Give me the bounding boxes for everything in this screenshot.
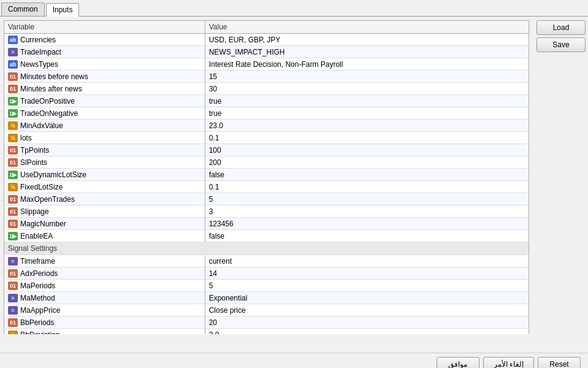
var-name: MaMethod [20,294,55,302]
var-name: Minutes after news [20,85,82,93]
var-name: BbDeviation [20,331,60,335]
var-value[interactable]: true [205,107,529,120]
table-row[interactable]: 1▶TradeOnNegativetrue [4,107,529,120]
table-row[interactable]: abCurrenciesUSD, EUR, GBP, JPY [4,34,529,46]
var-value[interactable]: false [205,169,529,181]
var-name: Slippage [20,207,49,216]
var-value[interactable]: 15 [205,71,529,83]
var-name: MaxOpenTrades [20,195,75,204]
table-row[interactable]: 01SlPoints200 [4,156,529,169]
table-row[interactable]: 01MaxOpenTrades5 [4,193,529,205]
var-name: TpPoints [20,146,49,155]
enum-type-icon: ≡ [8,257,18,266]
var-name: TradeImpact [20,48,61,56]
var-value[interactable]: current [205,255,529,267]
table-row[interactable]: ≡Timeframecurrent [4,255,529,267]
var-value[interactable]: 0.1 [205,132,529,144]
ok-button[interactable]: موافق [437,357,479,369]
table-row[interactable]: ½BbDeviation2.0 [4,329,529,335]
var-value[interactable]: Exponential [205,292,529,304]
section-label: Signal Settings [4,242,529,255]
table-row[interactable]: 01BbPeriods20 [4,316,529,329]
enum-type-icon: ≡ [8,48,18,56]
var-value[interactable]: true [205,95,529,107]
01-type-icon: 01 [8,220,18,228]
cancel-button[interactable]: إلغاء الأمر [483,357,534,369]
table-row[interactable]: ½lots0.1 [4,132,529,144]
table-row[interactable]: 01Slippage3 [4,205,529,218]
var-value[interactable]: 100 [205,144,529,156]
01-type-icon: 01 [8,318,18,327]
table-row[interactable]: ≡MaMethodExponential [4,292,529,304]
tabs-bar: Common Inputs [0,0,588,17]
var-name: Minutes before news [20,72,88,81]
half-type-icon: ½ [8,134,18,142]
01-type-icon: 01 [8,207,18,216]
half-type-icon: ½ [8,121,18,130]
var-value[interactable]: 0.1 [205,181,529,193]
var-name: BbPeriods [20,318,54,327]
footer: موافق إلغاء الأمر Reset [0,353,588,368]
var-name: FixedLotSize [20,183,63,191]
var-value[interactable]: false [205,230,529,242]
var-value[interactable]: 23.0 [205,120,529,132]
var-cell: 1▶EnableEA [4,230,205,242]
table-row[interactable]: 01MagicNumber123456 [4,218,529,230]
table-row[interactable]: ½FixedLotSize0.1 [4,181,529,193]
table-header-row: Variable Value [4,21,529,34]
var-cell: 01Minutes before news [4,71,205,83]
table-row[interactable]: ½MinAdxValue23.0 [4,120,529,132]
var-value[interactable]: Close price [205,304,529,316]
01-type-icon: 01 [8,72,18,81]
var-value[interactable]: 5 [205,193,529,205]
table-row[interactable]: 01Minutes before news15 [4,71,529,83]
var-value[interactable]: 3 [205,205,529,218]
var-name: Currencies [20,36,56,44]
var-value[interactable]: NEWS_IMPACT_HIGH [205,46,529,58]
save-button[interactable]: Save [536,37,586,52]
var-name: MaAppPrice [20,306,60,315]
var-value[interactable]: 5 [205,280,529,292]
var-cell: ½lots [4,132,205,144]
var-name: MinAdxValue [20,121,63,130]
var-value[interactable]: 200 [205,156,529,169]
var-cell: 01MaPeriods [4,280,205,292]
var-value[interactable]: 14 [205,267,529,280]
var-name: TradeOnNegative [20,109,78,118]
tab-common[interactable]: Common [1,2,45,16]
main-content: Variable Value abCurrenciesUSD, EUR, GBP… [0,17,588,353]
table-row[interactable]: abNewsTypesInterest Rate Decision, Non-F… [4,58,529,71]
var-name: UseDynamicLotSize [20,171,86,179]
var-value[interactable]: USD, EUR, GBP, JPY [205,34,529,46]
var-value[interactable]: 2.0 [205,329,529,335]
var-cell: 01AdxPeriods [4,267,205,280]
var-cell: abCurrencies [4,34,205,46]
tab-inputs[interactable]: Inputs [46,3,80,17]
half-type-icon: ½ [8,183,18,191]
table-wrapper[interactable]: Variable Value abCurrenciesUSD, EUR, GBP… [4,20,529,334]
reset-button[interactable]: Reset [538,357,581,369]
table-row[interactable]: 1▶EnableEAfalse [4,230,529,242]
var-value[interactable]: 123456 [205,218,529,230]
var-value[interactable]: Interest Rate Decision, Non-Farm Payroll [205,58,529,71]
table-row[interactable]: 01AdxPeriods14 [4,267,529,280]
table-row[interactable]: 01MaPeriods5 [4,280,529,292]
table-row[interactable]: 01Minutes after news30 [4,83,529,95]
var-value[interactable]: 30 [205,83,529,95]
var-value[interactable]: 20 [205,316,529,329]
table-row[interactable]: Signal Settings [4,242,529,255]
bool-type-icon: 1▶ [8,109,18,118]
bool-type-icon: 1▶ [8,171,18,179]
table-row[interactable]: ≡MaAppPriceClose price [4,304,529,316]
table-row[interactable]: ≡TradeImpactNEWS_IMPACT_HIGH [4,46,529,58]
var-name: NewsTypes [20,60,58,69]
01-type-icon: 01 [8,282,18,290]
ab-type-icon: ab [8,36,18,44]
load-button[interactable]: Load [536,20,586,35]
01-type-icon: 01 [8,195,18,204]
bool-type-icon: 1▶ [8,97,18,105]
table-row[interactable]: 01TpPoints100 [4,144,529,156]
var-cell: 01TpPoints [4,144,205,156]
table-row[interactable]: 1▶UseDynamicLotSizefalse [4,169,529,181]
table-row[interactable]: 1▶TradeOnPositivetrue [4,95,529,107]
